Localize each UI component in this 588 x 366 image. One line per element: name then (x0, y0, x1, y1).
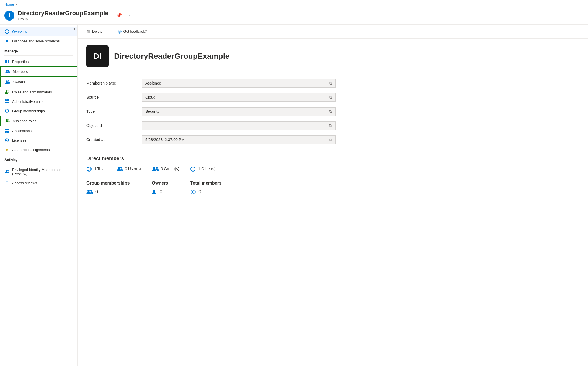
svg-point-25 (7, 170, 9, 171)
prop-row-type: Type Security ⧉ (86, 104, 579, 119)
feedback-button[interactable]: Got feedback? (115, 27, 150, 35)
summary-owners-stat: 0 (152, 189, 168, 195)
summary-total-members-title: Total members (190, 181, 221, 186)
stat-total: 1 Total (86, 166, 105, 172)
access-reviews-icon: ☰ (4, 180, 9, 185)
sidebar-item-properties[interactable]: Properties (0, 57, 77, 66)
overview-icon: i (4, 29, 9, 34)
sidebar-section-activity: Activity (0, 154, 77, 163)
copy-source-button[interactable]: ⧉ (327, 95, 332, 100)
sidebar-item-admin-units[interactable]: Administrative units (0, 97, 77, 106)
sidebar-label-licenses: Licenses (12, 138, 26, 142)
svg-point-32 (118, 167, 120, 169)
stat-users: 0 User(s) (117, 166, 141, 172)
sidebar-item-overview[interactable]: i Overview (0, 27, 77, 36)
prop-row-object-id: Object Id ⧉ (86, 119, 579, 133)
stat-others-value: 1 Other(s) (198, 167, 215, 171)
sidebar-collapse-button[interactable]: « (73, 27, 75, 31)
total-globe-icon (86, 166, 92, 172)
header-actions: 📌 ··· (115, 12, 131, 19)
svg-point-9 (6, 90, 7, 92)
svg-point-16 (6, 119, 8, 121)
svg-point-28 (120, 31, 120, 32)
svg-point-34 (153, 167, 155, 169)
delete-button[interactable]: 🗑 Delete (84, 28, 105, 35)
summary-total-members: Total members 0 (190, 181, 221, 195)
sidebar-item-assigned-roles[interactable]: Assigned roles (0, 116, 77, 126)
sidebar-item-azure-roles[interactable]: ★ Azure role assignments (0, 145, 77, 154)
feedback-icon (117, 29, 122, 34)
direct-members-title: Direct members (86, 156, 579, 162)
resource-view: DI DirectoryReaderGroupExample Membershi… (78, 39, 588, 202)
sidebar-item-members[interactable]: Members (0, 66, 77, 77)
licenses-icon (4, 138, 9, 143)
pin-icon[interactable]: 📌 (115, 12, 123, 19)
sidebar-item-owners[interactable]: Owners (0, 77, 77, 87)
stat-groups-value: 0 Group(s) (161, 167, 179, 171)
applications-icon (4, 128, 9, 133)
members-icon (5, 69, 10, 74)
roles-icon (4, 89, 9, 94)
prop-row-source: Source Cloud ⧉ (86, 90, 579, 104)
sidebar-label-members: Members (13, 70, 28, 74)
sidebar-item-licenses[interactable]: Licenses (0, 135, 77, 145)
summary-group-memberships-stat: 0 (86, 189, 130, 195)
svg-point-6 (8, 70, 9, 71)
page-header-text: DirectoryReaderGroupExample Group (18, 10, 109, 21)
feedback-label: Got feedback? (123, 29, 147, 34)
copy-type-button[interactable]: ⧉ (327, 109, 332, 114)
sidebar: « i Overview ✖ Diagnose and solve proble… (0, 25, 78, 366)
prop-row-membership-type: Membership type Assigned ⧉ (86, 76, 579, 90)
breadcrumb: Home › (0, 0, 588, 9)
summary-group-memberships: Group memberships 0 (86, 181, 130, 195)
svg-point-39 (87, 190, 90, 192)
sidebar-label-access-reviews: Access reviews (12, 181, 37, 185)
svg-rect-14 (7, 102, 9, 103)
copy-membership-type-button[interactable]: ⧉ (327, 81, 332, 86)
svg-rect-3 (6, 60, 7, 63)
svg-rect-20 (5, 131, 7, 133)
svg-rect-13 (5, 102, 7, 103)
sidebar-item-access-reviews[interactable]: ☰ Access reviews (0, 178, 77, 188)
more-icon[interactable]: ··· (125, 12, 131, 19)
stat-others: 1 Other(s) (190, 166, 215, 172)
sidebar-item-pim[interactable]: Privileged Identity Management (Preview) (0, 165, 77, 178)
svg-text:i: i (7, 30, 7, 33)
summary-owners-value: 0 (159, 189, 162, 195)
properties-table: Membership type Assigned ⧉ Source (86, 76, 579, 147)
svg-point-24 (6, 170, 7, 172)
page-title: DirectoryReaderGroupExample (18, 10, 109, 17)
stat-users-value: 0 User(s) (125, 167, 141, 171)
sidebar-item-roles[interactable]: Roles and administrators (0, 87, 77, 97)
svg-rect-4 (8, 60, 9, 63)
sidebar-label-diagnose: Diagnose and solve problems (12, 39, 60, 43)
svg-point-40 (90, 190, 92, 191)
summary-total-members-stat: 0 (190, 189, 221, 195)
sidebar-item-diagnose[interactable]: ✖ Diagnose and solve problems (0, 36, 77, 46)
stat-total-value: 1 Total (94, 167, 105, 171)
toolbar: 🗑 Delete Got feedback? (78, 25, 588, 39)
users-icon (117, 166, 123, 172)
copy-object-id-button[interactable]: ⧉ (327, 123, 332, 128)
diagnose-icon: ✖ (4, 39, 9, 43)
copy-created-at-button[interactable]: ⧉ (327, 137, 332, 142)
azure-roles-icon: ★ (4, 147, 9, 152)
svg-rect-21 (7, 131, 9, 133)
toolbar-separator (110, 29, 110, 34)
prop-value-membership-type: Assigned ⧉ (142, 79, 336, 88)
sidebar-divider-manage (4, 55, 73, 56)
home-link[interactable]: Home (4, 2, 14, 6)
page-subtitle: Group (18, 17, 109, 21)
content-area: 🗑 Delete Got feedback? DI DirectoryReade… (78, 25, 588, 366)
prop-value-source: Cloud ⧉ (142, 93, 336, 102)
resource-avatar: DI (86, 45, 109, 67)
sidebar-item-applications[interactable]: Applications (0, 126, 77, 135)
svg-point-41 (153, 190, 155, 192)
sidebar-item-group-memberships[interactable]: Group memberships (0, 106, 77, 116)
svg-point-26 (118, 30, 121, 33)
svg-rect-12 (7, 99, 9, 101)
info-icon: i (4, 11, 14, 21)
summary-owners-icon (152, 189, 157, 195)
svg-point-35 (156, 167, 158, 168)
delete-icon: 🗑 (87, 29, 91, 34)
